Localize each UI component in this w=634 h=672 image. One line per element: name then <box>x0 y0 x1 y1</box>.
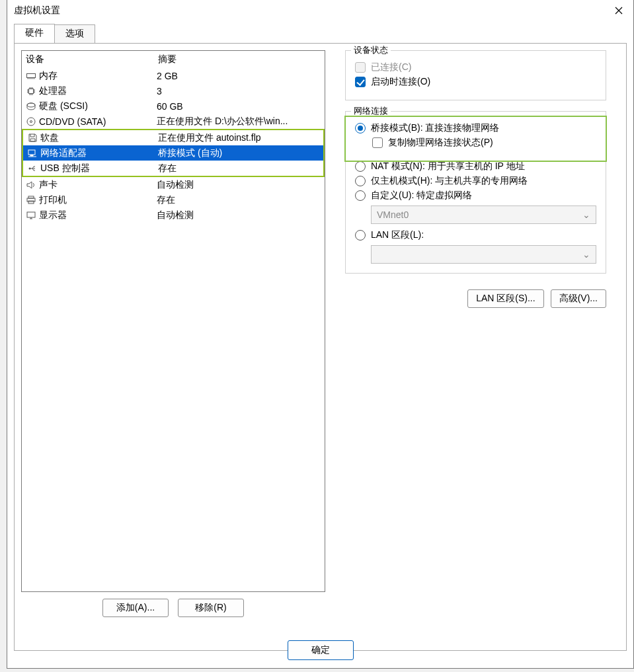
network-connection-legend: 网络连接 <box>351 105 391 117</box>
row-hdd-name: 硬盘 (SCSI) <box>38 100 157 112</box>
hdd-icon <box>24 102 38 110</box>
cd-icon <box>24 117 38 126</box>
header-summary: 摘要 <box>158 54 321 65</box>
connect-poweron-checkbox[interactable] <box>355 77 366 87</box>
left-column: 设备 摘要 内存 2 GB 处理器 3 硬盘 (SCSI) 60 GB <box>21 50 325 644</box>
svg-rect-10 <box>27 212 35 217</box>
close-icon <box>615 7 623 15</box>
row-cpu-summary: 3 <box>157 86 322 96</box>
nat-radio[interactable] <box>355 161 366 172</box>
device-list[interactable]: 设备 摘要 内存 2 GB 处理器 3 硬盘 (SCSI) 60 GB <box>21 50 325 592</box>
ok-button[interactable]: 确定 <box>288 640 354 660</box>
connect-poweron-label: 启动时连接(O) <box>371 76 430 88</box>
bridged-label: 桥接模式(B): 直接连接物理网络 <box>371 122 499 134</box>
row-printer[interactable]: 打印机 存在 <box>22 192 325 207</box>
custom-label: 自定义(U): 特定虚拟网络 <box>371 190 472 202</box>
bridged-row[interactable]: 桥接模式(B): 直接连接物理网络 <box>355 122 596 134</box>
hostonly-radio[interactable] <box>355 176 366 186</box>
window-title: 虚拟机设置 <box>14 5 60 17</box>
row-sound[interactable]: 声卡 自动检测 <box>22 177 325 192</box>
replicate-checkbox[interactable] <box>372 137 383 148</box>
row-sound-summary: 自动检测 <box>157 179 322 191</box>
svg-point-3 <box>27 118 35 126</box>
close-button[interactable] <box>604 1 633 20</box>
display-icon <box>24 211 38 219</box>
add-button[interactable]: 添加(A)... <box>102 599 169 617</box>
hostonly-label: 仅主机模式(H): 与主机共享的专用网络 <box>371 175 528 187</box>
replicate-row[interactable]: 复制物理网络连接状态(P) <box>372 137 596 149</box>
header-device: 设备 <box>26 54 158 65</box>
highlighted-group: 软盘 正在使用文件 autoinst.flp 网络适配器 桥接模式 (自动) U… <box>22 129 325 177</box>
nat-row[interactable]: NAT 模式(N): 用于共享主机的 IP 地址 <box>355 161 596 172</box>
hostonly-row[interactable]: 仅主机模式(H): 与主机共享的专用网络 <box>355 175 596 187</box>
vmnet-combo[interactable]: VMnet0 ⌄ <box>371 205 596 224</box>
row-usb[interactable]: USB 控制器 存在 <box>23 161 323 176</box>
lan-row[interactable]: LAN 区段(L): <box>355 229 596 241</box>
row-hdd[interactable]: 硬盘 (SCSI) 60 GB <box>22 98 325 114</box>
row-memory-summary: 2 GB <box>157 71 322 81</box>
memory-icon <box>24 72 38 79</box>
vmnet-value: VMnet0 <box>377 209 409 220</box>
remove-button[interactable]: 移除(R) <box>178 599 244 617</box>
svg-rect-1 <box>29 89 34 93</box>
row-cpu-name: 处理器 <box>38 85 157 97</box>
svg-rect-5 <box>28 150 35 155</box>
svg-point-4 <box>30 120 32 122</box>
row-memory[interactable]: 内存 2 GB <box>22 68 325 83</box>
connected-row[interactable]: 已连接(C) <box>355 61 596 73</box>
titlebar: 虚拟机设置 <box>7 0 633 21</box>
usb-icon <box>26 165 39 172</box>
bridged-radio[interactable] <box>355 123 366 133</box>
network-connection-group: 网络连接 桥接模式(B): 直接连接物理网络 复制物理网络连接状态(P) NAT… <box>345 111 606 274</box>
vm-settings-window: 虚拟机设置 硬件 选项 设备 摘要 内存 2 GB <box>7 0 634 669</box>
row-display-name: 显示器 <box>38 209 157 221</box>
connected-label: 已连接(C) <box>371 61 411 73</box>
tab-hardware[interactable]: 硬件 <box>14 24 55 43</box>
row-printer-name: 打印机 <box>38 194 157 206</box>
sound-icon <box>24 181 38 189</box>
footer: 确定 <box>7 632 633 668</box>
chevron-down-icon: ⌄ <box>582 209 590 220</box>
cpu-icon <box>24 87 38 96</box>
row-network-name: 网络适配器 <box>39 147 158 159</box>
advanced-button[interactable]: 高级(V)... <box>551 289 606 308</box>
row-sound-name: 声卡 <box>38 179 157 191</box>
row-cd[interactable]: CD/DVD (SATA) 正在使用文件 D:\办公软件\win... <box>22 114 325 129</box>
lan-radio[interactable] <box>355 230 366 241</box>
lan-combo[interactable]: ⌄ <box>371 245 596 264</box>
row-cd-summary: 正在使用文件 D:\办公软件\win... <box>157 116 322 128</box>
device-list-header: 设备 摘要 <box>22 51 325 68</box>
row-cpu[interactable]: 处理器 3 <box>22 83 325 98</box>
row-floppy-name: 软盘 <box>39 132 158 144</box>
chevron-down-icon: ⌄ <box>582 249 590 260</box>
row-floppy-summary: 正在使用文件 autoinst.flp <box>158 132 321 144</box>
nat-label: NAT 模式(N): 用于共享主机的 IP 地址 <box>371 161 525 172</box>
connect-poweron-row[interactable]: 启动时连接(O) <box>355 76 596 88</box>
floppy-icon <box>26 133 39 142</box>
device-status-legend: 设备状态 <box>351 44 391 56</box>
row-network[interactable]: 网络适配器 桥接模式 (自动) <box>23 145 323 161</box>
row-memory-name: 内存 <box>38 70 157 82</box>
replicate-label: 复制物理网络连接状态(P) <box>388 137 493 149</box>
row-printer-summary: 存在 <box>157 194 322 206</box>
custom-radio[interactable] <box>355 190 366 201</box>
svg-rect-0 <box>27 74 36 78</box>
network-icon <box>26 149 39 157</box>
custom-row[interactable]: 自定义(U): 特定虚拟网络 <box>355 190 596 202</box>
lan-label: LAN 区段(L): <box>371 229 424 241</box>
right-buttons: LAN 区段(S)... 高级(V)... <box>345 289 606 308</box>
device-status-group: 设备状态 已连接(C) 启动时连接(O) <box>345 50 606 100</box>
row-display[interactable]: 显示器 自动检测 <box>22 207 325 223</box>
row-usb-summary: 存在 <box>158 163 321 174</box>
row-cd-name: CD/DVD (SATA) <box>38 116 157 127</box>
right-column: 设备状态 已连接(C) 启动时连接(O) 网络连接 桥接模式(B): 直接连接物… <box>325 50 619 644</box>
left-buttons: 添加(A)... 移除(R) <box>21 599 325 617</box>
svg-point-2 <box>27 103 35 107</box>
tab-options[interactable]: 选项 <box>54 24 95 44</box>
row-network-summary: 桥接模式 (自动) <box>158 147 321 159</box>
hardware-pane: 设备 摘要 内存 2 GB 处理器 3 硬盘 (SCSI) 60 GB <box>14 43 627 651</box>
row-floppy[interactable]: 软盘 正在使用文件 autoinst.flp <box>23 130 323 145</box>
connected-checkbox[interactable] <box>355 62 366 73</box>
lan-segments-button[interactable]: LAN 区段(S)... <box>467 289 543 308</box>
row-usb-name: USB 控制器 <box>39 163 158 174</box>
